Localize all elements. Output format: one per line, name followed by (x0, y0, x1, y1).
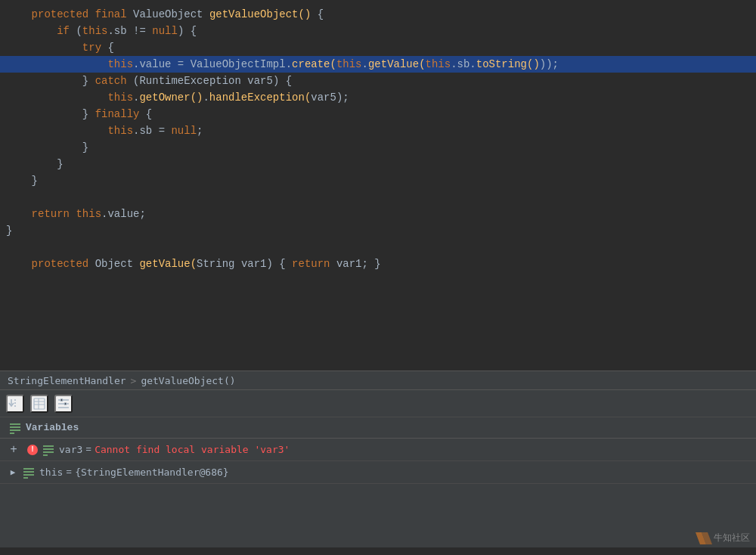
code-line: } (0, 139, 756, 156)
svg-rect-22 (23, 477, 28, 479)
this-value: {StringElementHandler@686} (75, 467, 229, 478)
var3-name: var3 (59, 444, 82, 455)
svg-rect-14 (10, 433, 14, 434)
add-watch-button[interactable]: + (6, 442, 21, 457)
settings-button[interactable] (54, 395, 73, 413)
svg-rect-2 (34, 398, 45, 409)
variables-header: Variables (0, 417, 756, 439)
code-line: protected Object getValue(String var1) {… (0, 256, 756, 272)
code-line: } catch (RuntimeException var5) { (0, 73, 756, 89)
watermark: 牛知社区 (696, 532, 750, 544)
svg-rect-9 (60, 398, 63, 401)
svg-rect-10 (64, 402, 67, 405)
svg-rect-12 (10, 426, 20, 428)
breadcrumb-method: getValueObject() (141, 375, 235, 386)
variable-row-var3: + ! var3 = Cannot find local variable 'v… (0, 439, 756, 461)
code-line: this.getOwner().handleException(var5); (0, 89, 756, 106)
code-line: this.sb = null; (0, 122, 756, 139)
svg-rect-13 (10, 429, 20, 431)
variables-label: Variables (26, 422, 79, 433)
code-line: this.value = ValueObjectImpl.create(this… (0, 56, 756, 73)
code-line: return this.value; (0, 206, 756, 222)
svg-rect-18 (43, 454, 48, 456)
code-line (0, 239, 756, 256)
code-line (0, 189, 756, 206)
var3-equals: = (85, 444, 91, 455)
svg-rect-21 (23, 474, 34, 476)
var3-value: Cannot find local variable 'var3' (94, 444, 290, 455)
error-icon: ! (27, 445, 38, 455)
code-line: protected final ValueObject getValueObje… (0, 6, 756, 23)
watermark-text: 牛知社区 (714, 532, 750, 544)
watermark-logo: 牛知社区 (696, 532, 750, 544)
svg-rect-11 (10, 423, 20, 425)
this-equals: = (66, 467, 72, 478)
svg-rect-16 (43, 448, 54, 450)
code-line: } (0, 156, 756, 172)
debug-panel: Variables + ! var3 = Cannot find local v… (0, 417, 756, 547)
svg-rect-17 (43, 451, 54, 453)
variable-row-this: ▶ this = {StringElementHandler@686} (0, 461, 756, 484)
this-name: this (39, 467, 63, 478)
step-into-button[interactable] (6, 395, 24, 413)
breadcrumb-separator: > (131, 375, 137, 386)
code-line: } finally { (0, 106, 756, 122)
svg-rect-20 (23, 471, 34, 473)
svg-rect-15 (43, 445, 54, 447)
code-line: try { (0, 39, 756, 56)
svg-rect-19 (23, 468, 34, 470)
debug-toolbar (0, 390, 756, 417)
table-view-button[interactable] (30, 395, 48, 413)
code-line: } (0, 172, 756, 189)
code-editor: protected final ValueObject getValueObje… (0, 0, 756, 371)
code-line: if (this.sb != null) { (0, 23, 756, 39)
breadcrumb: StringElementHandler > getValueObject() (0, 371, 756, 390)
code-line: } (0, 222, 756, 239)
breadcrumb-class: StringElementHandler (8, 375, 126, 386)
this-expand-button[interactable]: ▶ (6, 466, 20, 479)
